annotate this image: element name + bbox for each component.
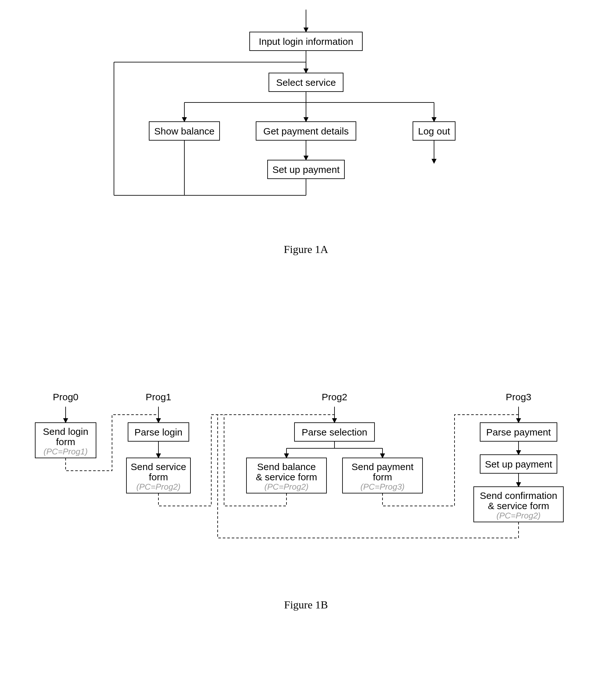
- node-p1-parse-l1: Parse login: [135, 427, 182, 437]
- figure-1b-caption: Figure 1B: [284, 599, 328, 610]
- node-p2-payform-pc: (PC=Prog3): [360, 482, 405, 492]
- figure-1b: Prog0 Prog1 Prog2 Prog3 Send login form …: [35, 392, 564, 610]
- node-paydet: Get payment details: [256, 122, 356, 140]
- node-p3-conf-l1: Send confirmation: [480, 490, 557, 501]
- node-p0-sendlogin: Send login form (PC=Prog1): [35, 423, 96, 458]
- node-p2-parse-l1: Parse selection: [302, 427, 367, 437]
- node-login: Input login information: [250, 32, 362, 51]
- node-p2-balance-l1: Send balance: [257, 462, 316, 472]
- node-p2-parse: Parse selection: [294, 423, 375, 441]
- node-logout: Log out: [413, 122, 455, 140]
- node-setup-label: Set up payment: [273, 164, 340, 175]
- prog0-label: Prog0: [53, 392, 79, 402]
- figure-1a-caption: Figure 1A: [284, 243, 329, 255]
- node-select-label: Select service: [276, 77, 336, 88]
- diagram-svg: Input login information Select service S…: [0, 0, 612, 700]
- node-logout-label: Log out: [418, 126, 450, 136]
- node-balance: Show balance: [149, 122, 220, 140]
- node-p2-balance: Send balance & service form (PC=Prog2): [247, 458, 326, 493]
- node-p3-parse-l1: Parse payment: [486, 427, 551, 437]
- node-p1-sendsvc-pc: (PC=Prog2): [136, 482, 181, 492]
- node-p2-payform-l1: Send payment: [351, 462, 414, 472]
- node-p3-conf-pc: (PC=Prog2): [497, 511, 541, 520]
- node-setup: Set up payment: [268, 160, 344, 179]
- node-p3-conf: Send confirmation & service form (PC=Pro…: [474, 487, 564, 522]
- node-p2-balance-pc: (PC=Prog2): [264, 482, 308, 492]
- node-p2-payform-l2: form: [373, 472, 392, 482]
- node-p1-sendsvc-l2: form: [149, 472, 168, 482]
- node-p1-sendsvc: Send service form (PC=Prog2): [126, 458, 191, 493]
- node-paydet-label: Get payment details: [263, 126, 349, 136]
- node-p2-balance-l2: & service form: [256, 472, 317, 482]
- node-p0-sendlogin-l1: Send login: [43, 426, 88, 437]
- node-p3-setup-l1: Set up payment: [485, 459, 553, 469]
- prog1-label: Prog1: [145, 392, 171, 402]
- node-p1-parse: Parse login: [128, 423, 189, 441]
- node-p3-conf-l2: & service form: [488, 500, 549, 511]
- node-p3-setup: Set up payment: [480, 455, 557, 473]
- node-p2-payform: Send payment form (PC=Prog3): [343, 458, 422, 493]
- node-p1-sendsvc-l1: Send service: [130, 462, 186, 472]
- node-login-label: Input login information: [259, 36, 353, 47]
- node-balance-label: Show balance: [154, 126, 214, 136]
- node-select: Select service: [269, 73, 343, 92]
- node-p0-sendlogin-pc: (PC=Prog1): [43, 447, 88, 456]
- prog3-label: Prog3: [506, 392, 531, 402]
- node-p3-parse: Parse payment: [480, 423, 557, 441]
- page: Input login information Select service S…: [0, 0, 612, 700]
- figure-1a: Input login information Select service S…: [114, 10, 455, 255]
- prog2-label: Prog2: [322, 392, 347, 402]
- node-p0-sendlogin-l2: form: [56, 437, 75, 447]
